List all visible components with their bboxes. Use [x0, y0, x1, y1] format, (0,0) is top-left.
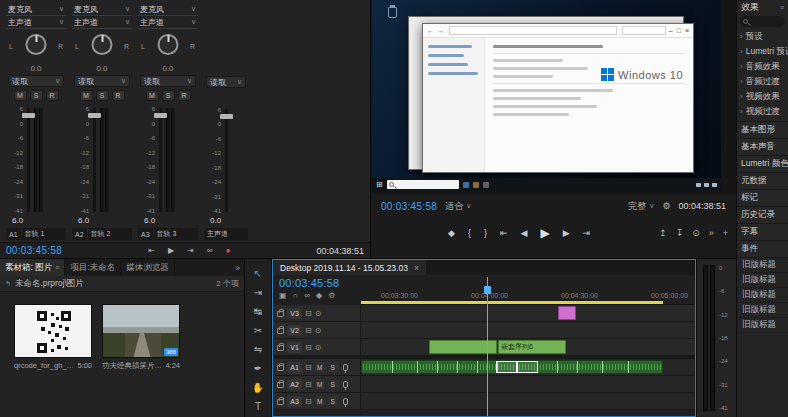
tab-history[interactable]: 历史记录: [737, 207, 788, 224]
lock-icon[interactable]: [277, 365, 284, 371]
item-name[interactable]: 功夫经典搞笑片段..: [102, 361, 162, 371]
effects-bin-audio-transitions[interactable]: ›音频过渡: [737, 74, 788, 89]
tab-lumetri-color[interactable]: Lumetri 颜色: [737, 156, 788, 173]
solo-button[interactable]: S: [328, 362, 338, 372]
history-item[interactable]: 旧版标题: [737, 258, 788, 273]
fader-handle[interactable]: [220, 114, 233, 119]
record-icon[interactable]: ●: [226, 246, 231, 255]
mark-in-icon[interactable]: {: [468, 228, 471, 238]
automation-mode-select[interactable]: 读取∨: [140, 75, 196, 87]
history-item[interactable]: 旧版标题: [737, 288, 788, 303]
mute-button[interactable]: M: [80, 90, 93, 101]
output-select[interactable]: 主声道∨: [6, 16, 66, 29]
timeline-timecode[interactable]: 00:03:45:58: [279, 277, 361, 289]
add-marker-icon[interactable]: ◆: [448, 228, 455, 238]
settings-wrench-icon[interactable]: ⚙: [662, 201, 670, 211]
history-item[interactable]: 旧版标题: [737, 318, 788, 333]
sync-lock-icon[interactable]: ⊟: [305, 397, 312, 406]
program-timecode[interactable]: 00:03:45:58: [381, 201, 437, 212]
track-v2-lane[interactable]: [361, 322, 695, 338]
solo-button[interactable]: S: [328, 379, 338, 389]
history-item[interactable]: 旧版标题: [737, 273, 788, 288]
pan-knob[interactable]: [92, 34, 113, 55]
type-tool-icon[interactable]: T: [255, 401, 261, 412]
volume-fader[interactable]: [93, 108, 96, 212]
sync-lock-icon[interactable]: ⊟: [305, 326, 312, 335]
playhead[interactable]: [487, 277, 488, 416]
linked-selection-icon[interactable]: ∞: [304, 291, 310, 300]
mute-button[interactable]: M: [315, 396, 325, 406]
mark-out-icon[interactable]: }: [484, 228, 487, 238]
track-v1-lane[interactable]: 嵌套序列6: [361, 339, 695, 355]
button-editor-plus-icon[interactable]: +: [723, 228, 728, 238]
go-to-out-icon[interactable]: ⇥: [187, 246, 194, 255]
fader-handle[interactable]: [22, 113, 35, 118]
output-select[interactable]: 主声道∨: [72, 16, 132, 29]
zoom-level-select[interactable]: 适合∨: [445, 200, 471, 213]
solo-button[interactable]: S: [96, 90, 109, 101]
input-device-select[interactable]: 麦克风∨: [6, 3, 66, 16]
solo-button[interactable]: S: [162, 90, 175, 101]
selection-tool-icon[interactable]: ↖: [254, 268, 262, 279]
nest-toggle-icon[interactable]: ▣: [279, 291, 287, 300]
track-target-button[interactable]: V2: [287, 325, 302, 336]
pan-knob[interactable]: [26, 34, 47, 55]
effects-search-input[interactable]: [740, 16, 785, 27]
volume-fader[interactable]: [159, 108, 162, 212]
sync-lock-icon[interactable]: ⊟: [305, 309, 312, 318]
tab-markers[interactable]: 标记: [737, 190, 788, 207]
mixer-timecode[interactable]: 00:03:45:58: [6, 245, 62, 256]
sync-lock-icon[interactable]: ⊟: [305, 363, 312, 372]
item-name[interactable]: qrcode_for_gh_6ed343..: [14, 361, 74, 370]
mute-button[interactable]: M: [146, 90, 159, 101]
history-item[interactable]: 旧版标题: [737, 303, 788, 318]
video-clip[interactable]: [558, 306, 576, 320]
solo-button[interactable]: S: [30, 90, 43, 101]
selected-audio-segment[interactable]: [496, 361, 517, 373]
sync-lock-icon[interactable]: ⊟: [305, 343, 312, 352]
effects-panel-title[interactable]: 效果: [741, 1, 759, 14]
snap-icon[interactable]: ∩: [293, 291, 299, 300]
button-overflow-icon[interactable]: »: [709, 228, 714, 238]
pan-knob[interactable]: [158, 34, 179, 55]
track-target-button[interactable]: A2: [287, 379, 302, 390]
effects-bin-video-transitions[interactable]: ›视频过渡: [737, 104, 788, 119]
volume-fader[interactable]: [27, 108, 30, 212]
step-back-icon[interactable]: ◀: [520, 228, 527, 238]
input-device-select[interactable]: 麦克风∨: [138, 3, 198, 16]
microphone-icon[interactable]: [343, 381, 348, 388]
export-frame-icon[interactable]: ⊙: [692, 228, 700, 238]
track-a3-lane[interactable]: [361, 393, 695, 409]
track-v3-lane[interactable]: [361, 305, 695, 321]
track-target-button[interactable]: A1: [287, 362, 302, 373]
audio-clip[interactable]: [361, 360, 663, 374]
automation-mode-select[interactable]: 读取∨: [206, 76, 246, 88]
solo-button[interactable]: S: [328, 396, 338, 406]
tab-project[interactable]: 项目:未命名: [65, 259, 121, 276]
nested-sequence-clip[interactable]: 嵌套序列6: [498, 340, 566, 354]
folder-up-icon[interactable]: ↰: [5, 280, 11, 288]
lock-icon[interactable]: [277, 382, 284, 388]
lift-icon[interactable]: ↥: [659, 228, 667, 238]
razor-tool-icon[interactable]: ✂: [254, 325, 262, 336]
effects-bin-lumetri-presets[interactable]: ›Lumetri 预设: [737, 44, 788, 59]
work-area-bar[interactable]: [361, 301, 663, 304]
close-icon[interactable]: ×: [414, 263, 419, 273]
hand-tool-icon[interactable]: ✋: [252, 382, 264, 393]
project-item-qrcode[interactable]: qrcode_for_gh_6ed343..5:00: [14, 304, 92, 371]
track-select-tool-icon[interactable]: ⇥: [254, 287, 262, 298]
sync-lock-icon[interactable]: ⊟: [305, 380, 312, 389]
effects-bin-presets[interactable]: ›预设: [737, 29, 788, 44]
pen-tool-icon[interactable]: ✒: [254, 363, 262, 374]
tab-essential-graphics[interactable]: 基本图形: [737, 122, 788, 139]
panel-menu-icon[interactable]: ≡: [55, 264, 59, 271]
tab-captions[interactable]: 字幕: [737, 224, 788, 241]
go-to-in-icon[interactable]: ⇤: [148, 246, 155, 255]
track-target-button[interactable]: A3: [287, 396, 302, 407]
record-arm-button[interactable]: R: [112, 90, 125, 101]
lock-icon[interactable]: [277, 399, 284, 405]
mute-button[interactable]: M: [315, 362, 325, 372]
tab-overflow-icon[interactable]: »: [231, 259, 244, 276]
eye-icon[interactable]: ⊙: [315, 326, 322, 335]
sequence-tab[interactable]: Desktop 2019.11.14 - 15.05.23.03×: [273, 260, 426, 275]
